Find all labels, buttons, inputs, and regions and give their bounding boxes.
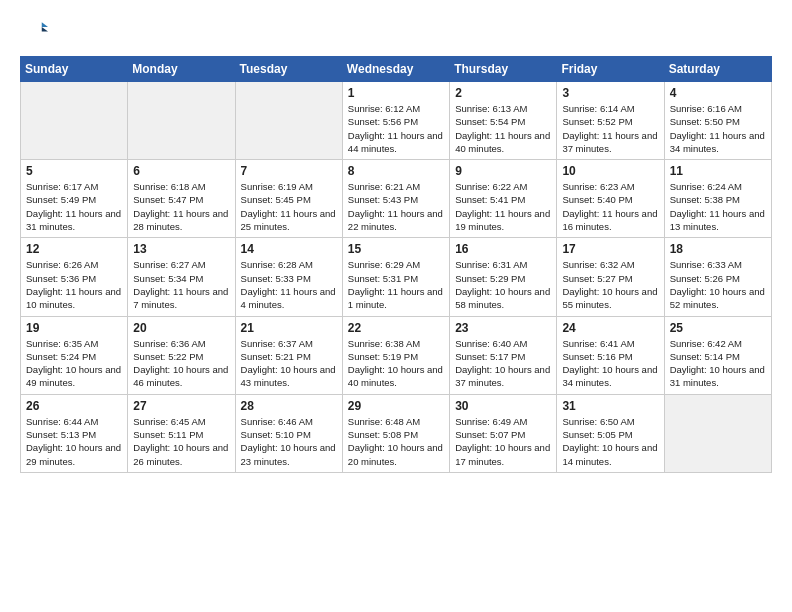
day-info: Sunrise: 6:29 AM Sunset: 5:31 PM Dayligh… [348,258,444,311]
calendar-cell: 22Sunrise: 6:38 AM Sunset: 5:19 PM Dayli… [342,316,449,394]
day-number: 6 [133,164,229,178]
day-info: Sunrise: 6:22 AM Sunset: 5:41 PM Dayligh… [455,180,551,233]
page-container: SundayMondayTuesdayWednesdayThursdayFrid… [0,0,792,483]
calendar-cell: 26Sunrise: 6:44 AM Sunset: 5:13 PM Dayli… [21,394,128,472]
logo [20,16,52,44]
day-number: 15 [348,242,444,256]
day-number: 22 [348,321,444,335]
weekday-header: Saturday [664,57,771,82]
day-info: Sunrise: 6:46 AM Sunset: 5:10 PM Dayligh… [241,415,337,468]
day-info: Sunrise: 6:28 AM Sunset: 5:33 PM Dayligh… [241,258,337,311]
day-info: Sunrise: 6:35 AM Sunset: 5:24 PM Dayligh… [26,337,122,390]
calendar-cell: 1Sunrise: 6:12 AM Sunset: 5:56 PM Daylig… [342,82,449,160]
day-number: 3 [562,86,658,100]
day-info: Sunrise: 6:48 AM Sunset: 5:08 PM Dayligh… [348,415,444,468]
calendar-cell: 25Sunrise: 6:42 AM Sunset: 5:14 PM Dayli… [664,316,771,394]
day-number: 8 [348,164,444,178]
weekday-header: Monday [128,57,235,82]
day-number: 1 [348,86,444,100]
calendar-cell: 10Sunrise: 6:23 AM Sunset: 5:40 PM Dayli… [557,160,664,238]
day-info: Sunrise: 6:31 AM Sunset: 5:29 PM Dayligh… [455,258,551,311]
day-info: Sunrise: 6:42 AM Sunset: 5:14 PM Dayligh… [670,337,766,390]
day-number: 7 [241,164,337,178]
header [20,16,772,44]
calendar-cell: 21Sunrise: 6:37 AM Sunset: 5:21 PM Dayli… [235,316,342,394]
day-number: 29 [348,399,444,413]
day-number: 11 [670,164,766,178]
day-info: Sunrise: 6:50 AM Sunset: 5:05 PM Dayligh… [562,415,658,468]
day-number: 24 [562,321,658,335]
calendar-cell: 2Sunrise: 6:13 AM Sunset: 5:54 PM Daylig… [450,82,557,160]
calendar-cell: 27Sunrise: 6:45 AM Sunset: 5:11 PM Dayli… [128,394,235,472]
day-number: 19 [26,321,122,335]
day-number: 18 [670,242,766,256]
day-number: 20 [133,321,229,335]
day-number: 4 [670,86,766,100]
calendar-cell [128,82,235,160]
day-number: 30 [455,399,551,413]
calendar-week-row: 1Sunrise: 6:12 AM Sunset: 5:56 PM Daylig… [21,82,772,160]
day-number: 14 [241,242,337,256]
svg-marker-0 [42,22,48,27]
calendar-cell: 11Sunrise: 6:24 AM Sunset: 5:38 PM Dayli… [664,160,771,238]
calendar-cell: 28Sunrise: 6:46 AM Sunset: 5:10 PM Dayli… [235,394,342,472]
day-info: Sunrise: 6:37 AM Sunset: 5:21 PM Dayligh… [241,337,337,390]
calendar-cell: 13Sunrise: 6:27 AM Sunset: 5:34 PM Dayli… [128,238,235,316]
day-number: 2 [455,86,551,100]
day-info: Sunrise: 6:36 AM Sunset: 5:22 PM Dayligh… [133,337,229,390]
day-number: 28 [241,399,337,413]
calendar-cell: 18Sunrise: 6:33 AM Sunset: 5:26 PM Dayli… [664,238,771,316]
day-number: 17 [562,242,658,256]
day-number: 10 [562,164,658,178]
day-number: 26 [26,399,122,413]
weekday-header: Tuesday [235,57,342,82]
day-number: 27 [133,399,229,413]
day-number: 13 [133,242,229,256]
day-number: 23 [455,321,551,335]
calendar-cell: 15Sunrise: 6:29 AM Sunset: 5:31 PM Dayli… [342,238,449,316]
weekday-header: Friday [557,57,664,82]
day-info: Sunrise: 6:16 AM Sunset: 5:50 PM Dayligh… [670,102,766,155]
logo-icon [20,16,48,44]
day-info: Sunrise: 6:33 AM Sunset: 5:26 PM Dayligh… [670,258,766,311]
day-info: Sunrise: 6:24 AM Sunset: 5:38 PM Dayligh… [670,180,766,233]
day-number: 12 [26,242,122,256]
weekday-header: Wednesday [342,57,449,82]
calendar-cell: 12Sunrise: 6:26 AM Sunset: 5:36 PM Dayli… [21,238,128,316]
day-number: 31 [562,399,658,413]
calendar-cell: 20Sunrise: 6:36 AM Sunset: 5:22 PM Dayli… [128,316,235,394]
day-info: Sunrise: 6:26 AM Sunset: 5:36 PM Dayligh… [26,258,122,311]
calendar-cell: 16Sunrise: 6:31 AM Sunset: 5:29 PM Dayli… [450,238,557,316]
calendar-cell: 31Sunrise: 6:50 AM Sunset: 5:05 PM Dayli… [557,394,664,472]
day-info: Sunrise: 6:40 AM Sunset: 5:17 PM Dayligh… [455,337,551,390]
calendar-cell: 23Sunrise: 6:40 AM Sunset: 5:17 PM Dayli… [450,316,557,394]
calendar-week-row: 26Sunrise: 6:44 AM Sunset: 5:13 PM Dayli… [21,394,772,472]
day-number: 25 [670,321,766,335]
day-info: Sunrise: 6:49 AM Sunset: 5:07 PM Dayligh… [455,415,551,468]
weekday-header: Sunday [21,57,128,82]
calendar-cell: 24Sunrise: 6:41 AM Sunset: 5:16 PM Dayli… [557,316,664,394]
day-info: Sunrise: 6:27 AM Sunset: 5:34 PM Dayligh… [133,258,229,311]
day-info: Sunrise: 6:13 AM Sunset: 5:54 PM Dayligh… [455,102,551,155]
calendar-cell: 8Sunrise: 6:21 AM Sunset: 5:43 PM Daylig… [342,160,449,238]
day-number: 9 [455,164,551,178]
day-info: Sunrise: 6:44 AM Sunset: 5:13 PM Dayligh… [26,415,122,468]
day-number: 21 [241,321,337,335]
calendar-cell: 17Sunrise: 6:32 AM Sunset: 5:27 PM Dayli… [557,238,664,316]
calendar-week-row: 12Sunrise: 6:26 AM Sunset: 5:36 PM Dayli… [21,238,772,316]
calendar-cell: 6Sunrise: 6:18 AM Sunset: 5:47 PM Daylig… [128,160,235,238]
day-info: Sunrise: 6:17 AM Sunset: 5:49 PM Dayligh… [26,180,122,233]
calendar-cell [21,82,128,160]
day-info: Sunrise: 6:23 AM Sunset: 5:40 PM Dayligh… [562,180,658,233]
weekday-header: Thursday [450,57,557,82]
calendar-cell: 4Sunrise: 6:16 AM Sunset: 5:50 PM Daylig… [664,82,771,160]
calendar-week-row: 19Sunrise: 6:35 AM Sunset: 5:24 PM Dayli… [21,316,772,394]
calendar-cell: 5Sunrise: 6:17 AM Sunset: 5:49 PM Daylig… [21,160,128,238]
calendar-cell: 9Sunrise: 6:22 AM Sunset: 5:41 PM Daylig… [450,160,557,238]
day-info: Sunrise: 6:21 AM Sunset: 5:43 PM Dayligh… [348,180,444,233]
calendar-cell: 14Sunrise: 6:28 AM Sunset: 5:33 PM Dayli… [235,238,342,316]
calendar-cell: 29Sunrise: 6:48 AM Sunset: 5:08 PM Dayli… [342,394,449,472]
calendar-table: SundayMondayTuesdayWednesdayThursdayFrid… [20,56,772,473]
calendar-week-row: 5Sunrise: 6:17 AM Sunset: 5:49 PM Daylig… [21,160,772,238]
day-info: Sunrise: 6:41 AM Sunset: 5:16 PM Dayligh… [562,337,658,390]
